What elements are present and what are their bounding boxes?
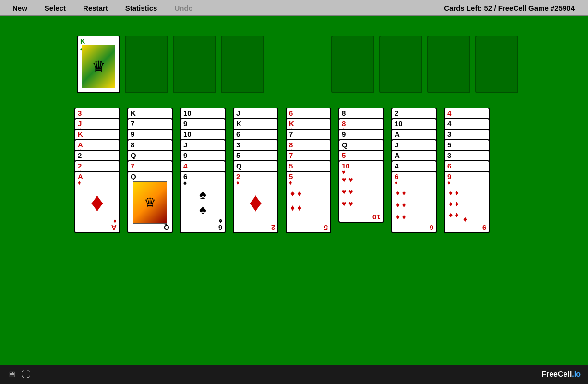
card-10h-c6[interactable]: 10 ♥ ♥ ♥ ♥ ♥ ♥ ♥ 10 bbox=[338, 160, 384, 223]
column-4[interactable]: J ♠ K ♠ 6 ♠ 3 ♠ 5 ♠ Q ♠ bbox=[233, 108, 281, 271]
free-cells: K♣ ♛ bbox=[77, 36, 264, 93]
menu-statistics[interactable]: Statistics bbox=[117, 2, 166, 14]
menu-select[interactable]: Select bbox=[36, 2, 74, 14]
column-6[interactable]: 8 ♠ 8 ♦ 9 ♠ Q ♠ 5 ♦ 10 ♥ ♥ ♥ bbox=[338, 108, 386, 271]
card-6d-c7[interactable]: 6 ♦ ♦ ♦ ♦ ♦ ♦ ♦ 6 bbox=[391, 171, 437, 233]
game-status: Cards Left: 52 / FreeCell Game #25904 bbox=[444, 4, 584, 12]
statusbar-left: 🖥 ⛶ bbox=[7, 370, 30, 380]
card-6s-c3[interactable]: 6 ♠ ♠♠ 6 ♠ bbox=[180, 171, 226, 233]
columns-container: 3 ♥ ♥ J ♥ K ♦ A ♥ 2 ♠ 2 ♥ bbox=[74, 108, 492, 271]
freecell-4[interactable] bbox=[221, 36, 264, 93]
brand-text[interactable]: FreeCell.io bbox=[541, 370, 581, 379]
menubar: New Select Restart Statistics Undo Cards… bbox=[0, 0, 588, 16]
card-9d-c8[interactable]: 9 ♦ ♦ ♦ ♦ ♦ ♦ ♦ ♦ 9 bbox=[444, 171, 490, 233]
game-area: K♣ ♛ 3 ♥ ♥ J ♥ bbox=[0, 16, 588, 365]
column-3[interactable]: 10 ♠ 9 ♠ 10 ♠ J ♠ 9 ♠ 4 ♦ bbox=[180, 108, 228, 271]
freecell-3[interactable] bbox=[173, 36, 216, 93]
card-ad-col1[interactable]: A ♦ ♦ A ♦ bbox=[74, 171, 120, 233]
home-cells bbox=[331, 36, 518, 93]
column-8[interactable]: 4 ♥ 4 ♠ 3 ♠ 5 ♠ 3 ♠ 6 ♦ bbox=[444, 108, 492, 271]
column-7[interactable]: 2 ♠ 10 ♠ A ♠ J ♠ A ♣ 4 ♠ ♠ ♠ bbox=[391, 108, 439, 271]
homecell-3[interactable] bbox=[427, 36, 470, 93]
menu-undo[interactable]: Undo bbox=[166, 2, 201, 14]
monitor-icon[interactable]: 🖥 bbox=[7, 370, 16, 380]
menu-restart[interactable]: Restart bbox=[74, 2, 117, 14]
homecell-2[interactable] bbox=[379, 36, 422, 93]
freecell-1[interactable]: K♣ ♛ bbox=[77, 36, 120, 93]
card-5d-c5b[interactable]: 5 ♦ ♦ ♦ ♦ ♦ 5 bbox=[286, 171, 331, 233]
menu-new[interactable]: New bbox=[4, 2, 36, 14]
column-2[interactable]: K ♠ 7 ♠ 9 ♠ 8 ♠ Q ♠ 7 ♦ bbox=[127, 108, 175, 271]
expand-icon[interactable]: ⛶ bbox=[22, 370, 30, 380]
card-2d-c4[interactable]: 2 ♦ ♦ 2 bbox=[233, 171, 278, 233]
column-1[interactable]: 3 ♥ ♥ J ♥ K ♦ A ♥ 2 ♠ 2 ♥ bbox=[74, 108, 122, 271]
homecell-1[interactable] bbox=[331, 36, 374, 93]
statusbar: 🖥 ⛶ FreeCell.io bbox=[0, 365, 588, 384]
homecell-4[interactable] bbox=[475, 36, 518, 93]
column-5[interactable]: 6 ♥ K ♥ 7 ♠ 8 ♥ 7 ♥ 5 ♦ bbox=[286, 108, 334, 271]
freecell-2[interactable] bbox=[125, 36, 168, 93]
card-q-face[interactable]: Q ♛ Q bbox=[127, 171, 173, 233]
